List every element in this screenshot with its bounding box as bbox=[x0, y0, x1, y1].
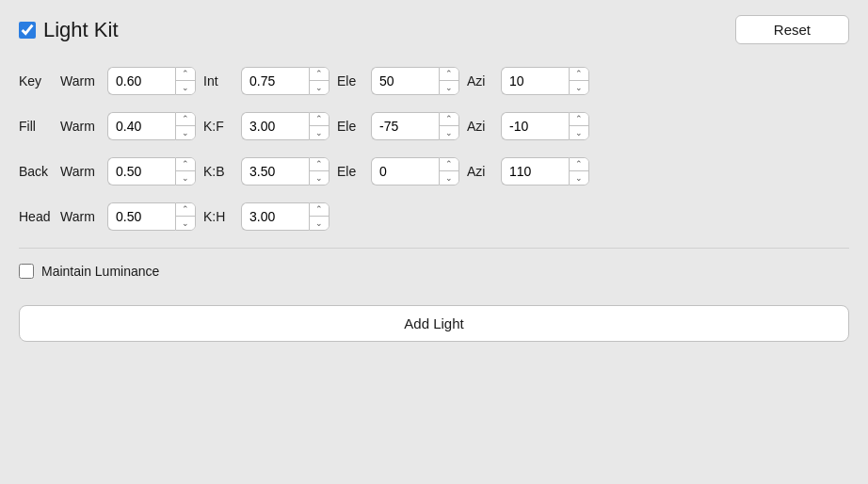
fill-col4-input[interactable] bbox=[501, 112, 569, 140]
back-col2-spin-down[interactable]: ⌄ bbox=[310, 171, 329, 185]
fill-warm-spinbox: ⌃ ⌄ bbox=[107, 112, 196, 140]
fill-col3-spin-down[interactable]: ⌄ bbox=[440, 126, 458, 139]
fill-warm-input[interactable] bbox=[107, 112, 175, 140]
fill-col3-input[interactable] bbox=[371, 112, 439, 140]
back-col3-spin-up[interactable]: ⌃ bbox=[440, 158, 458, 171]
fill-col4-spinbox: ⌃ ⌄ bbox=[501, 112, 589, 140]
key-col3-spin-buttons: ⌃ ⌄ bbox=[439, 67, 459, 95]
light-kit-label: Light Kit bbox=[43, 18, 119, 42]
back-col2-spinbox: ⌃ ⌄ bbox=[241, 157, 330, 186]
fill-col3-spin-up[interactable]: ⌃ bbox=[440, 113, 458, 126]
key-row-label: Key bbox=[19, 73, 53, 89]
back-col4-spinbox: ⌃ ⌄ bbox=[501, 157, 589, 186]
head-col2-spinbox: ⌃ ⌄ bbox=[241, 202, 330, 231]
head-warm-spin-down[interactable]: ⌄ bbox=[176, 217, 195, 230]
head-warm-spinbox: ⌃ ⌄ bbox=[107, 202, 196, 231]
back-col4-spin-down[interactable]: ⌄ bbox=[570, 171, 588, 185]
back-col2-spin-buttons: ⌃ ⌄ bbox=[309, 157, 330, 186]
key-col2-spin-up[interactable]: ⌃ bbox=[310, 68, 329, 81]
fill-col4-spin-buttons: ⌃ ⌄ bbox=[569, 112, 589, 140]
key-warm-spin-buttons: ⌃ ⌄ bbox=[175, 67, 196, 95]
key-col4-spin-down[interactable]: ⌄ bbox=[570, 81, 588, 94]
fill-col2-spin-up[interactable]: ⌃ bbox=[310, 113, 329, 126]
back-col2-label: K:B bbox=[203, 164, 233, 179]
fill-col2-input[interactable] bbox=[241, 112, 309, 140]
header-row: Light Kit Reset bbox=[19, 15, 849, 44]
head-warm-input[interactable] bbox=[107, 202, 175, 231]
fill-warm-spin-buttons: ⌃ ⌄ bbox=[175, 112, 196, 140]
head-warm-spin-up[interactable]: ⌃ bbox=[176, 203, 195, 217]
rows-container: Key Warm ⌃ ⌄ Int ⌃ ⌄ Ele ⌃ ⌄ bbox=[19, 67, 849, 231]
key-col2-spinbox: ⌃ ⌄ bbox=[241, 67, 330, 95]
back-row: Back Warm ⌃ ⌄ K:B ⌃ ⌄ Ele ⌃ ⌄ bbox=[19, 157, 849, 186]
key-col3-spinbox: ⌃ ⌄ bbox=[371, 67, 459, 95]
key-row: Key Warm ⌃ ⌄ Int ⌃ ⌄ Ele ⌃ ⌄ bbox=[19, 67, 849, 95]
back-col3-spin-down[interactable]: ⌄ bbox=[440, 171, 458, 185]
back-col2-spin-up[interactable]: ⌃ bbox=[310, 158, 329, 171]
fill-row-label: Fill bbox=[19, 119, 53, 134]
head-warm-spin-buttons: ⌃ ⌄ bbox=[175, 202, 196, 231]
fill-warm-spin-up[interactable]: ⌃ bbox=[176, 113, 195, 126]
fill-col3-label: Ele bbox=[337, 119, 363, 134]
fill-col4-label: Azi bbox=[467, 119, 493, 134]
head-col2-spin-buttons: ⌃ ⌄ bbox=[309, 202, 330, 231]
key-col4-input[interactable] bbox=[501, 67, 569, 95]
key-col2-spin-buttons: ⌃ ⌄ bbox=[309, 67, 330, 95]
back-col4-spin-buttons: ⌃ ⌄ bbox=[569, 157, 589, 186]
key-warm-spinbox: ⌃ ⌄ bbox=[107, 67, 196, 95]
key-warm-label: Warm bbox=[60, 73, 100, 89]
key-warm-input[interactable] bbox=[107, 67, 175, 95]
back-col2-input[interactable] bbox=[241, 157, 309, 186]
key-warm-spin-up[interactable]: ⌃ bbox=[176, 68, 195, 81]
head-row-label: Head bbox=[19, 209, 53, 224]
head-col2-spin-down[interactable]: ⌄ bbox=[310, 217, 329, 230]
key-col3-spin-up[interactable]: ⌃ bbox=[440, 68, 458, 81]
add-light-button[interactable]: Add Light bbox=[19, 305, 849, 342]
key-col2-spin-down[interactable]: ⌄ bbox=[310, 81, 329, 94]
back-warm-input[interactable] bbox=[107, 157, 175, 186]
key-col2-label: Int bbox=[203, 73, 233, 89]
key-col3-input[interactable] bbox=[371, 67, 439, 95]
fill-row: Fill Warm ⌃ ⌄ K:F ⌃ ⌄ Ele ⌃ ⌄ bbox=[19, 112, 849, 140]
key-col4-label: Azi bbox=[467, 73, 493, 89]
head-col2-label: K:H bbox=[203, 209, 233, 224]
back-col3-spinbox: ⌃ ⌄ bbox=[371, 157, 459, 186]
key-warm-spin-down[interactable]: ⌄ bbox=[176, 81, 195, 94]
key-col4-spin-up[interactable]: ⌃ bbox=[570, 68, 588, 81]
fill-warm-spin-down[interactable]: ⌄ bbox=[176, 126, 195, 139]
back-col4-label: Azi bbox=[467, 164, 493, 179]
back-col4-spin-up[interactable]: ⌃ bbox=[570, 158, 588, 171]
key-col4-spinbox: ⌃ ⌄ bbox=[501, 67, 589, 95]
light-kit-title: Light Kit bbox=[19, 18, 119, 42]
head-col2-spin-up[interactable]: ⌃ bbox=[310, 203, 329, 217]
back-warm-label: Warm bbox=[60, 164, 100, 179]
head-warm-label: Warm bbox=[60, 209, 100, 224]
back-col3-label: Ele bbox=[337, 164, 363, 179]
head-col2-input[interactable] bbox=[241, 202, 309, 231]
fill-col2-spin-down[interactable]: ⌄ bbox=[310, 126, 329, 139]
fill-col4-spin-up[interactable]: ⌃ bbox=[570, 113, 588, 126]
fill-col3-spin-buttons: ⌃ ⌄ bbox=[439, 112, 459, 140]
back-warm-spinbox: ⌃ ⌄ bbox=[107, 157, 196, 186]
fill-col4-spin-down[interactable]: ⌄ bbox=[570, 126, 588, 139]
fill-col2-label: K:F bbox=[203, 119, 233, 134]
key-col3-spin-down[interactable]: ⌄ bbox=[440, 81, 458, 94]
key-col3-label: Ele bbox=[337, 73, 363, 89]
back-warm-spin-up[interactable]: ⌃ bbox=[176, 158, 195, 171]
back-col3-input[interactable] bbox=[371, 157, 439, 186]
fill-col2-spin-buttons: ⌃ ⌄ bbox=[309, 112, 330, 140]
fill-warm-label: Warm bbox=[60, 119, 100, 134]
back-warm-spin-buttons: ⌃ ⌄ bbox=[175, 157, 196, 186]
back-warm-spin-down[interactable]: ⌄ bbox=[176, 171, 195, 185]
key-col2-input[interactable] bbox=[241, 67, 309, 95]
fill-col2-spinbox: ⌃ ⌄ bbox=[241, 112, 330, 140]
back-row-label: Back bbox=[19, 164, 53, 179]
light-kit-checkbox[interactable] bbox=[19, 22, 36, 39]
back-col4-input[interactable] bbox=[501, 157, 569, 186]
fill-col3-spinbox: ⌃ ⌄ bbox=[371, 112, 459, 140]
key-col4-spin-buttons: ⌃ ⌄ bbox=[569, 67, 589, 95]
maintain-luminance-label: Maintain Luminance bbox=[41, 264, 159, 279]
head-row: Head Warm ⌃ ⌄ K:H ⌃ ⌄ bbox=[19, 202, 849, 231]
maintain-luminance-checkbox[interactable] bbox=[19, 264, 34, 279]
reset-button[interactable]: Reset bbox=[735, 15, 849, 44]
